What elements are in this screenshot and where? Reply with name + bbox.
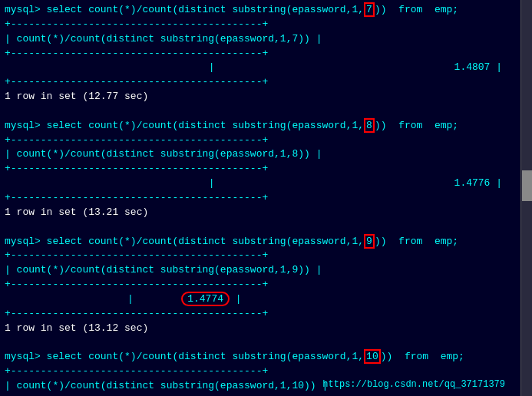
rowcount-2: 1 row in set (13.21 sec) <box>5 206 516 220</box>
header-1: | count(*)/count(distinct substring(epas… <box>5 32 516 47</box>
rowcount-3: 1 row in set (13.12 sec) <box>5 322 516 336</box>
query-line-4: mysql> select count(*)/count(distinct su… <box>5 350 516 365</box>
scrollbar-thumb[interactable] <box>522 170 532 201</box>
suffix-4: )) from emp; <box>381 351 464 362</box>
sep1-4: +---------------------------------------… <box>5 365 516 379</box>
value-row-2: | 1.4776 | <box>5 177 516 191</box>
query-block-3: mysql> select count(*)/count(distinct su… <box>5 235 516 336</box>
sep1-1: +---------------------------------------… <box>5 18 516 32</box>
prompt-text-1: mysql> select count(*)/count(distinct su… <box>5 4 364 15</box>
blank-2 <box>5 220 516 235</box>
prompt-text-3: mysql> select count(*)/count(distinct su… <box>5 236 364 247</box>
sep3-1: +---------------------------------------… <box>5 75 516 90</box>
sep1-3: +---------------------------------------… <box>5 249 516 263</box>
sep1-2: +---------------------------------------… <box>5 134 516 148</box>
watermark: https://blog.csdn.net/qq_37171379 <box>322 379 505 390</box>
prompt-text-4: mysql> select count(*)/count(distinct su… <box>5 351 364 362</box>
suffix-1: )) from emp; <box>375 4 458 15</box>
suffix-2: )) from emp; <box>375 120 458 131</box>
query-block-2: mysql> select count(*)/count(distinct su… <box>5 119 516 220</box>
value-row-3: | 1.4774 | <box>5 292 516 307</box>
suffix-3: )) from emp; <box>375 236 458 247</box>
header-2: | count(*)/count(distinct substring(epas… <box>5 147 516 162</box>
query-line-3: mysql> select count(*)/count(distinct su… <box>5 235 516 249</box>
query-line-2: mysql> select count(*)/count(distinct su… <box>5 119 516 134</box>
blank-1 <box>5 104 516 119</box>
rowcount-1: 1 row in set (12.77 sec) <box>5 90 516 104</box>
highlight-num-2: 8 <box>364 118 375 133</box>
sep2-1: +---------------------------------------… <box>5 47 516 61</box>
sep3-2: +---------------------------------------… <box>5 191 516 206</box>
header-3: | count(*)/count(distinct substring(epas… <box>5 263 516 278</box>
highlight-num-3: 9 <box>364 234 375 249</box>
circled-value-3: 1.4774 <box>181 292 230 306</box>
terminal-window: mysql> select count(*)/count(distinct su… <box>0 0 520 396</box>
query-block-1: mysql> select count(*)/count(distinct su… <box>5 3 516 104</box>
highlight-num-4: 10 <box>364 349 381 364</box>
prompt-text-2: mysql> select count(*)/count(distinct su… <box>5 120 364 131</box>
sep2-2: +---------------------------------------… <box>5 162 516 177</box>
scrollbar[interactable] <box>520 0 532 396</box>
value-row-1: | 1.4807 | <box>5 61 516 75</box>
highlight-num-1: 7 <box>364 2 375 17</box>
sep3-3: +---------------------------------------… <box>5 307 516 322</box>
blank-3 <box>5 335 516 350</box>
query-line-1: mysql> select count(*)/count(distinct su… <box>5 3 516 18</box>
sep2-3: +---------------------------------------… <box>5 278 516 292</box>
